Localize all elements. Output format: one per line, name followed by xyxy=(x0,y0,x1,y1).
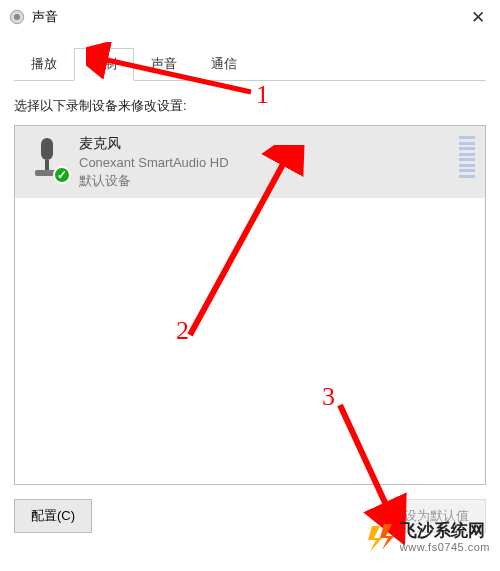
device-driver: Conexant SmartAudio HD xyxy=(79,154,451,172)
watermark-name: 飞沙系统网 xyxy=(400,522,490,541)
tab-sounds[interactable]: 声音 xyxy=(134,48,194,81)
device-item-microphone[interactable]: ✓ 麦克风 Conexant SmartAudio HD 默认设备 xyxy=(15,126,485,198)
watermark: 飞沙系统网 www.fs0745.com xyxy=(366,522,490,553)
tab-playback[interactable]: 播放 xyxy=(14,48,74,81)
window-title: 声音 xyxy=(32,8,58,26)
tab-strip: 播放 录制 声音 通信 xyxy=(14,48,486,81)
watermark-url: www.fs0745.com xyxy=(400,541,490,553)
watermark-logo-icon xyxy=(366,524,394,552)
watermark-text: 飞沙系统网 www.fs0745.com xyxy=(400,522,490,553)
svg-point-1 xyxy=(14,14,20,20)
instruction-text: 选择以下录制设备来修改设置: xyxy=(14,97,486,115)
titlebar: 声音 ✕ xyxy=(0,0,500,34)
svg-marker-11 xyxy=(368,526,382,552)
svg-marker-12 xyxy=(380,524,394,550)
configure-button[interactable]: 配置(C) xyxy=(14,499,92,533)
svg-rect-3 xyxy=(45,160,49,170)
close-icon: ✕ xyxy=(471,7,485,28)
sound-dialog: 声音 ✕ 播放 录制 声音 通信 选择以下录制设备来修改设置: xyxy=(0,0,500,571)
speaker-icon xyxy=(8,8,26,26)
default-check-icon: ✓ xyxy=(53,166,71,184)
device-text: 麦克风 Conexant SmartAudio HD 默认设备 xyxy=(79,134,451,190)
client-area: 播放 录制 声音 通信 选择以下录制设备来修改设置: ✓ xyxy=(0,48,500,547)
device-status: 默认设备 xyxy=(79,172,451,190)
tab-recording[interactable]: 录制 xyxy=(74,48,134,81)
microphone-icon: ✓ xyxy=(25,134,69,182)
svg-rect-2 xyxy=(41,138,53,160)
tab-communications[interactable]: 通信 xyxy=(194,48,254,81)
device-list[interactable]: ✓ 麦克风 Conexant SmartAudio HD 默认设备 xyxy=(14,125,486,485)
recording-panel: 选择以下录制设备来修改设置: ✓ 麦克风 Conexant SmartAudio… xyxy=(14,81,486,533)
device-name: 麦克风 xyxy=(79,134,451,154)
level-meter xyxy=(459,134,475,180)
close-button[interactable]: ✕ xyxy=(464,6,492,28)
